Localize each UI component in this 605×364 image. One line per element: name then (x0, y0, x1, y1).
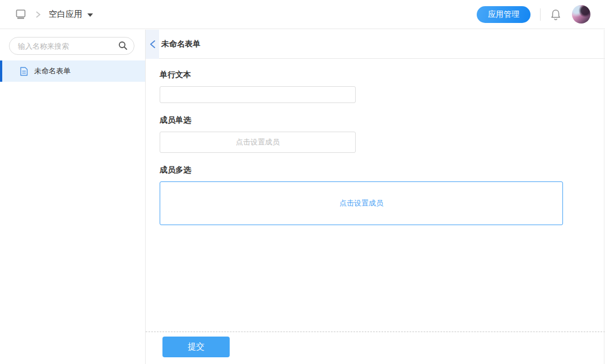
field-label: 单行文本 (160, 70, 605, 80)
main-panel: 未命名表单 单行文本 成员单选 点击设置成员 成员多选 点击设置成员 提交 (146, 30, 605, 364)
form-header: 未命名表单 (146, 30, 605, 59)
back-button[interactable] (146, 30, 159, 59)
field-single-line-text: 单行文本 (160, 70, 605, 103)
sidebar-item-label: 未命名表单 (34, 66, 71, 76)
submit-bar: 提交 (146, 332, 605, 357)
topbar: 空白应用 应用管理 (0, 0, 605, 29)
search-input[interactable] (9, 37, 134, 55)
home-monitor-icon[interactable] (15, 8, 26, 20)
submit-button[interactable]: 提交 (162, 337, 230, 357)
caret-down-icon[interactable] (87, 13, 93, 17)
topbar-divider (540, 8, 541, 21)
sidebar-item-form[interactable]: 未命名表单 (0, 60, 145, 82)
app-manage-button[interactable]: 应用管理 (477, 6, 530, 23)
form-title: 未命名表单 (161, 39, 201, 49)
field-member-multi: 成员多选 点击设置成员 (160, 165, 605, 225)
sidebar-search (9, 37, 134, 55)
sidebar: 未命名表单 (0, 30, 146, 364)
member-multi-picker[interactable]: 点击设置成员 (160, 181, 563, 225)
breadcrumb-app-name[interactable]: 空白应用 (49, 9, 82, 20)
avatar[interactable] (572, 5, 590, 24)
scrollbar-rail[interactable] (604, 30, 604, 364)
bell-icon[interactable] (550, 8, 561, 21)
member-single-placeholder: 点击设置成员 (236, 137, 280, 147)
app-root: 空白应用 应用管理 (0, 0, 605, 364)
field-member-single: 成员单选 点击设置成员 (160, 115, 605, 153)
member-multi-placeholder: 点击设置成员 (339, 198, 383, 208)
single-line-text-input[interactable] (160, 86, 356, 103)
member-single-picker[interactable]: 点击设置成员 (160, 132, 356, 153)
breadcrumb: 空白应用 (15, 8, 93, 20)
chevron-right-icon (35, 11, 41, 18)
search-icon[interactable] (118, 41, 128, 50)
topbar-actions: 应用管理 (477, 5, 590, 24)
field-label: 成员单选 (160, 115, 605, 125)
document-icon (20, 67, 28, 76)
selected-indicator (0, 60, 2, 82)
field-label: 成员多选 (160, 165, 605, 175)
form-body: 单行文本 成员单选 点击设置成员 成员多选 点击设置成员 (146, 59, 605, 225)
